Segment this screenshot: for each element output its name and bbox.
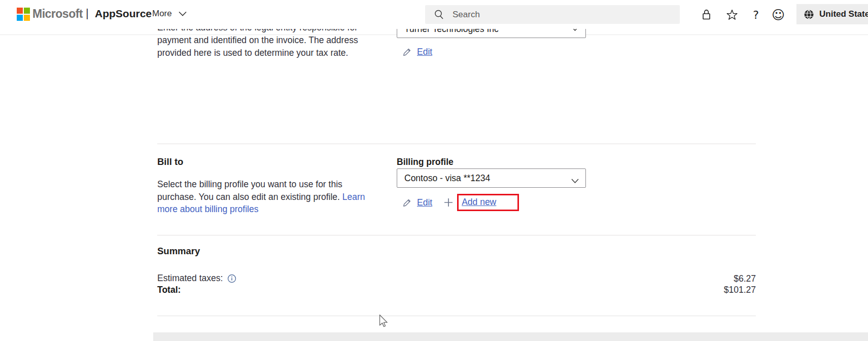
microsoft-logo[interactable] <box>17 8 30 21</box>
total-value: $101.27 <box>724 285 756 295</box>
appsource-wordmark[interactable]: AppSource <box>95 8 152 20</box>
estimated-taxes-value: $6.27 <box>734 274 756 284</box>
billing-profile-actions: Edit Add new <box>402 194 519 211</box>
region-selector[interactable]: United States <box>796 4 868 24</box>
search-icon <box>434 9 444 20</box>
sold-to-edit-label: Edit <box>417 47 432 57</box>
bill-to-heading: Bill to <box>157 156 183 167</box>
billing-edit-button[interactable]: Edit <box>402 197 432 208</box>
help-icon[interactable]: ? <box>749 8 762 22</box>
search-bar[interactable] <box>425 5 680 24</box>
total-label: Total: <box>157 285 181 295</box>
learn-more-link[interactable]: Learn <box>342 192 365 202</box>
lock-icon[interactable] <box>700 8 713 22</box>
feedback-smiley-icon[interactable]: ☺ <box>772 8 785 22</box>
add-plus-icon[interactable] <box>443 197 454 208</box>
more-label: More <box>152 9 172 19</box>
sold-to-edit-button[interactable]: Edit <box>402 47 432 57</box>
sold-to-actions: Edit <box>402 46 432 58</box>
billing-profile-label: Billing profile <box>397 157 454 167</box>
microsoft-wordmark[interactable]: Microsoft <box>32 7 83 21</box>
mouse-cursor <box>379 314 388 330</box>
next-section-edge <box>153 332 868 341</box>
section-divider <box>157 316 756 316</box>
add-new-button[interactable]: Add new <box>462 197 496 208</box>
appsource-checkout-screen: Enter the address of the legal entity re… <box>0 0 868 341</box>
estimated-taxes-row: Estimated taxes: <box>157 273 236 284</box>
globe-icon <box>804 9 814 20</box>
chevron-down-icon <box>179 11 187 16</box>
summary-heading: Summary <box>157 246 200 257</box>
chevron-down-icon <box>571 176 579 185</box>
top-nav: Microsoft | AppSource More <box>0 0 868 29</box>
estimated-taxes-label: Estimated taxes: <box>157 273 223 284</box>
bill-to-description: Select the billing profile you want to u… <box>157 178 370 216</box>
region-label: United States <box>819 9 868 19</box>
tutorial-highlight-box: Add new <box>457 194 519 211</box>
section-divider <box>157 235 756 235</box>
more-menu-button[interactable]: More <box>152 9 187 19</box>
pencil-icon <box>402 198 412 208</box>
search-input[interactable] <box>453 10 666 20</box>
info-icon[interactable] <box>227 274 236 283</box>
learn-more-link[interactable]: more about billing profiles <box>157 204 258 214</box>
pencil-icon <box>402 47 412 57</box>
section-divider <box>157 144 756 144</box>
favorites-star-icon[interactable] <box>725 8 739 22</box>
billing-edit-label: Edit <box>417 197 432 208</box>
brand-separator: | <box>86 7 89 20</box>
billing-profile-select[interactable]: Contoso - visa **1234 <box>397 168 586 188</box>
billing-profile-value: Contoso - visa **1234 <box>404 173 490 184</box>
